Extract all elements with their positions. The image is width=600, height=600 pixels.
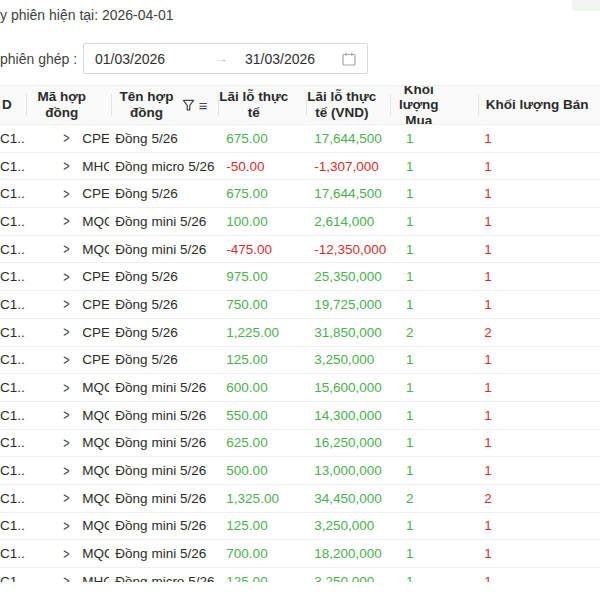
contract-name-header-label: Tên hợp đồng [116, 89, 178, 120]
pl-value: 550.00 [218, 408, 306, 423]
table-row: C1... > CPEK26 Đồng 5/26 125.00 3,250,00… [0, 347, 600, 375]
expand-row-icon[interactable]: > [64, 131, 70, 146]
sell-volume-value: 1 [476, 408, 600, 423]
contract-name: Đồng 5/26 [109, 131, 218, 146]
sell-volume-value: 1 [476, 159, 600, 174]
matched-session-range-label: phiên ghép : [0, 51, 77, 67]
buy-volume-value: 1 [390, 131, 476, 146]
range-end-input[interactable]: 31/03/2026 [245, 51, 342, 67]
contract-code: CPEK26 [82, 352, 109, 367]
table-row: C1... > MQCK26 Đồng mini 5/26 125.00 3,2… [0, 513, 600, 541]
filter-icon[interactable] [182, 99, 195, 112]
contract-name: Đồng micro 5/26 [109, 159, 218, 174]
sell-volume-value: 1 [476, 297, 600, 312]
row-id: C1... [0, 214, 26, 229]
expand-row-icon[interactable]: > [64, 325, 70, 340]
pl-vnd-value: 16,250,000 [306, 435, 390, 450]
table-body: C1... > CPEK26 Đồng 5/26 675.00 17,644,5… [0, 125, 600, 582]
table-row: C1... > CPEK26 Đồng 5/26 675.00 17,644,5… [0, 125, 600, 153]
sell-volume-value: 1 [476, 269, 600, 284]
pl-vnd-value: 25,350,000 [306, 269, 390, 284]
contract-code: CPEK26 [82, 297, 109, 312]
pl-vnd-value: -12,350,000 [306, 242, 390, 257]
contract-name: Đồng micro 5/26 [109, 574, 218, 582]
pl-value: -475.00 [218, 242, 306, 257]
pl-vnd-value: 19,725,000 [306, 297, 390, 312]
sell-volume-value: 1 [476, 242, 600, 257]
table-row: C1... > CPEK26 Đồng 5/26 1,225.00 31,850… [0, 319, 600, 347]
sell-volume-value: 1 [476, 380, 600, 395]
expand-row-icon[interactable]: > [64, 159, 70, 174]
column-header-pl-vnd: Lãi lỗ thực tế (VND) [306, 86, 390, 124]
expand-row-icon[interactable]: > [64, 214, 70, 229]
contract-name: Đồng 5/26 [109, 269, 218, 284]
pl-value: 100.00 [218, 214, 306, 229]
expand-row-icon[interactable]: > [64, 186, 70, 201]
contract-code: CPEK26 [82, 186, 109, 201]
sell-volume-value: 1 [476, 574, 600, 582]
contract-name: Đồng mini 5/26 [109, 491, 218, 506]
row-id: C1... [0, 435, 26, 450]
contract-code: MQCK26 [82, 491, 109, 506]
pl-value: 500.00 [218, 463, 306, 478]
expand-row-icon[interactable]: > [64, 463, 70, 478]
table-row: C1... > MHGK26 Đồng micro 5/26 -50.00 -1… [0, 153, 600, 181]
contract-code: CPEK26 [82, 325, 109, 340]
sell-volume-value: 1 [476, 463, 600, 478]
contract-name: Đồng mini 5/26 [109, 463, 218, 478]
row-id: C1... [0, 186, 26, 201]
expand-row-icon[interactable]: > [64, 297, 70, 312]
pl-value: 975.00 [218, 269, 306, 284]
table-row: C1... > MQCK26 Đồng mini 5/26 625.00 16,… [0, 430, 600, 458]
sell-volume-value: 2 [476, 325, 600, 340]
pl-value: 675.00 [218, 131, 306, 146]
contract-code: MQCK26 [82, 435, 109, 450]
page: y phiên hiện tại: 2026-04-01 phiên ghép … [0, 0, 600, 600]
contract-code: MQCK26 [82, 380, 109, 395]
expand-row-icon[interactable]: > [64, 408, 70, 423]
row-id: C1... [0, 159, 26, 174]
expand-row-icon[interactable]: > [64, 269, 70, 284]
contract-code: MQCK26 [82, 546, 109, 561]
buy-volume-value: 1 [390, 242, 476, 257]
expand-row-icon[interactable]: > [64, 380, 70, 395]
range-arrow-icon: → [215, 51, 245, 66]
contract-code: CPEK26 [82, 131, 109, 146]
buy-volume-value: 1 [390, 463, 476, 478]
contract-name: Đồng 5/26 [109, 325, 218, 340]
buy-volume-value: 1 [390, 408, 476, 423]
contract-code: MQCK26 [82, 214, 109, 229]
row-id: C1... [0, 269, 26, 284]
contract-name: Đồng mini 5/26 [109, 518, 218, 533]
clipped-corner-element [572, 0, 600, 11]
pl-value: 1,225.00 [218, 325, 306, 340]
expand-row-icon[interactable]: > [64, 435, 70, 450]
expand-row-icon[interactable]: > [64, 546, 70, 561]
column-menu-icon[interactable]: ≡ [199, 98, 208, 113]
pl-vnd-value: 18,200,000 [306, 546, 390, 561]
sell-volume-value: 2 [476, 491, 600, 506]
sell-volume-value: 1 [476, 435, 600, 450]
buy-volume-value: 1 [390, 380, 476, 395]
sell-volume-value: 1 [476, 518, 600, 533]
expand-row-icon[interactable]: > [64, 574, 70, 582]
buy-volume-value: 1 [390, 297, 476, 312]
expand-row-icon[interactable]: > [64, 242, 70, 257]
table-row: C1... > MQCK26 Đồng mini 5/26 100.00 2,6… [0, 208, 600, 236]
expand-row-icon[interactable]: > [64, 518, 70, 533]
pl-vnd-value: 3,250,000 [306, 574, 390, 582]
calendar-icon[interactable] [342, 52, 356, 66]
sell-volume-value: 1 [476, 214, 600, 229]
row-id: C1... [0, 352, 26, 367]
contract-code: MQCK26 [82, 518, 109, 533]
date-range-picker[interactable]: 01/03/2026 → 31/03/2026 [83, 43, 368, 74]
table-row: C1... > MQCK26 Đồng mini 5/26 1,325.00 3… [0, 485, 600, 513]
table-row: C1... > CPEK26 Đồng 5/26 750.00 19,725,0… [0, 291, 600, 319]
column-header-pl: Lãi lỗ thực tế [218, 86, 306, 124]
column-header-sell-volume: Khối lượng Bán [478, 86, 600, 124]
expand-row-icon[interactable]: > [64, 491, 70, 506]
range-start-input[interactable]: 01/03/2026 [95, 51, 215, 67]
pl-value: 125.00 [218, 352, 306, 367]
expand-row-icon[interactable]: > [64, 352, 70, 367]
buy-volume-value: 1 [390, 546, 476, 561]
